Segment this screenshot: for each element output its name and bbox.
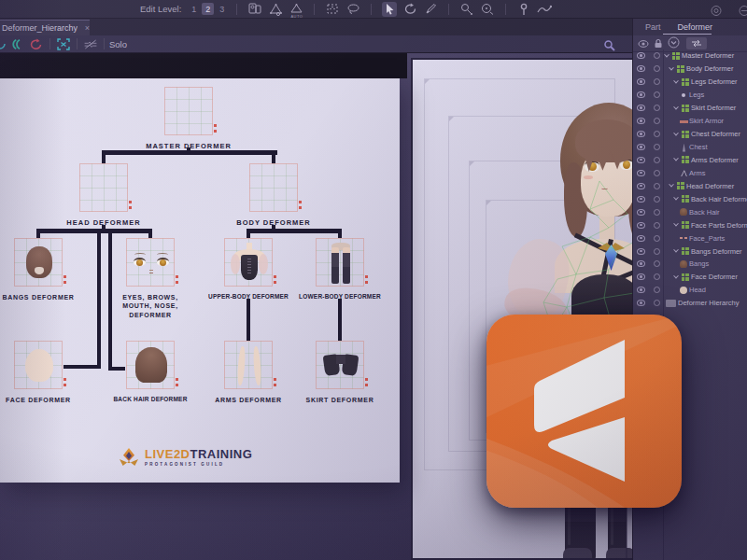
lock-radio-icon[interactable]	[654, 78, 660, 85]
lock-radio-icon[interactable]	[654, 273, 660, 280]
chevron-down-icon[interactable]	[664, 52, 669, 58]
tab-deformer[interactable]: Deformer	[678, 22, 713, 32]
search-icon[interactable]	[603, 38, 615, 55]
brush-icon[interactable]	[423, 2, 438, 17]
lock-radio-icon[interactable]	[654, 222, 660, 229]
tree-row-arms[interactable]: Arms	[633, 166, 747, 179]
partial-icon-1[interactable]	[709, 3, 724, 18]
tree-row-arms-deformer[interactable]: Arms Deformer	[633, 154, 747, 167]
tree-row-chest-deformer[interactable]: Chest Deformer	[633, 128, 747, 141]
chevron-down-icon[interactable]	[669, 182, 674, 188]
chevron-down-icon[interactable]	[673, 247, 679, 253]
arrow-cursor-icon[interactable]	[382, 2, 397, 17]
tree-row-head[interactable]: Head	[633, 284, 747, 297]
mesh-auto-icon[interactable]: AUTO	[289, 2, 303, 17]
pin-icon[interactable]	[516, 2, 531, 17]
tree-row-legs[interactable]: Legs	[633, 89, 747, 102]
lock-radio-icon[interactable]	[654, 157, 660, 163]
reset-view-icon[interactable]	[29, 36, 44, 51]
chevron-down-icon[interactable]	[673, 195, 679, 201]
visibility-eye-icon[interactable]	[637, 183, 645, 189]
fit-view-icon[interactable]	[56, 36, 71, 51]
tree-row-face-parts-deformer[interactable]: Face Parts Deformer	[633, 218, 747, 231]
lock-radio-icon[interactable]	[654, 144, 660, 150]
solo-label[interactable]: Solo	[109, 39, 127, 49]
tree-row-face-deformer[interactable]: Face Deformer	[633, 271, 747, 284]
lock-radio-icon[interactable]	[654, 248, 660, 255]
partial-icon-2[interactable]	[737, 3, 747, 18]
mesh-triangle-icon[interactable]	[268, 2, 283, 17]
lock-radio-icon[interactable]	[654, 287, 660, 293]
visibility-eye-icon[interactable]	[637, 52, 645, 59]
lock-radio-icon[interactable]	[654, 131, 660, 137]
lock-radio-icon[interactable]	[654, 209, 660, 216]
chevron-down-icon[interactable]	[673, 104, 679, 109]
visibility-eye-icon[interactable]	[637, 300, 645, 306]
visibility-eye-icon[interactable]	[637, 287, 645, 293]
tree-row-deformer-hierarchy[interactable]: Deformer Hierarchy	[633, 297, 747, 310]
tree-row-body-deformer[interactable]: Body Deformer	[633, 63, 747, 76]
partial-tool-icon[interactable]	[0, 36, 7, 51]
lock-radio-icon[interactable]	[654, 300, 660, 306]
visibility-eye-icon[interactable]	[637, 273, 645, 280]
visibility-eye-icon[interactable]	[637, 157, 645, 163]
visibility-eye-icon[interactable]	[637, 65, 645, 72]
lasso-icon[interactable]	[345, 2, 360, 17]
deform-path-icon[interactable]	[459, 2, 474, 17]
visibility-eye-icon[interactable]	[637, 170, 645, 176]
tree-row-legs-deformer[interactable]: Legs Deformer	[633, 76, 747, 89]
visibility-eye-icon[interactable]	[637, 260, 645, 267]
tree-row-skirt-deformer[interactable]: Skirt Deformer	[633, 102, 747, 115]
chevron-down-icon[interactable]	[673, 130, 679, 135]
edit-level-2[interactable]: 2	[202, 3, 214, 15]
lock-radio-icon[interactable]	[654, 183, 660, 189]
chevron-down-icon[interactable]	[673, 273, 679, 279]
visibility-eye-icon[interactable]	[637, 91, 645, 98]
tree-row-back-hair-deformer[interactable]: Back Hair Deformer	[633, 192, 747, 205]
visibility-eye-icon[interactable]	[637, 78, 645, 85]
visibility-eye-icon[interactable]	[637, 118, 645, 124]
visibility-eye-icon[interactable]	[637, 209, 645, 216]
swap-order-button[interactable]	[686, 37, 707, 49]
deformer-visibility-icon[interactable]	[83, 36, 98, 51]
tree-row-head-deformer[interactable]: Head Deformer	[633, 179, 747, 192]
tab-part[interactable]: Part	[645, 22, 661, 32]
visibility-eye-icon[interactable]	[637, 105, 645, 111]
tree-row-skirt-armor[interactable]: Skirt Armor	[633, 115, 747, 128]
live2d-cubism-app-icon[interactable]	[486, 315, 682, 508]
visibility-eye-icon[interactable]	[637, 235, 645, 242]
deform-rotate-icon[interactable]	[480, 2, 495, 17]
person-card-icon[interactable]	[247, 2, 262, 17]
edit-level-3[interactable]: 3	[216, 3, 228, 15]
lock-radio-icon[interactable]	[654, 105, 660, 111]
lock-radio-icon[interactable]	[654, 196, 660, 203]
visibility-eye-icon[interactable]	[637, 144, 645, 150]
lock-radio-icon[interactable]	[654, 91, 660, 98]
tab-close-icon[interactable]: ×	[85, 23, 90, 33]
edit-level-1[interactable]: 1	[188, 3, 200, 15]
visibility-eye-icon[interactable]	[637, 248, 645, 255]
curve-icon[interactable]	[537, 2, 552, 17]
rotate-icon[interactable]	[402, 2, 417, 17]
onion-skin-icon[interactable]	[12, 36, 27, 51]
visibility-eye-icon[interactable]	[637, 131, 645, 137]
tree-row-master-deformer[interactable]: Master Deformer	[633, 49, 747, 63]
tree-row-chest[interactable]: Chest	[633, 141, 747, 154]
lock-radio-icon[interactable]	[654, 170, 660, 176]
tree-row-bangs-deformer[interactable]: Bangs Deformer	[633, 245, 747, 258]
lock-radio-icon[interactable]	[654, 235, 660, 242]
tree-row-face-parts[interactable]: Face_Parts	[633, 231, 747, 245]
chevron-down-icon[interactable]	[673, 156, 679, 161]
lock-radio-icon[interactable]	[654, 65, 660, 72]
tree-row-bangs[interactable]: Bangs	[633, 258, 747, 271]
chevron-down-icon[interactable]	[673, 78, 679, 84]
lock-radio-icon[interactable]	[654, 260, 660, 267]
chevron-down-icon[interactable]	[673, 221, 679, 227]
visibility-eye-icon[interactable]	[637, 222, 645, 229]
visibility-eye-icon[interactable]	[637, 196, 645, 203]
tree-row-back-hair[interactable]: Back Hair	[633, 205, 747, 218]
lock-radio-icon[interactable]	[654, 52, 660, 59]
tab-deformer-hierarchy[interactable]: Deformer_Hierarchy ×	[0, 20, 90, 35]
dotted-box-icon[interactable]	[325, 2, 340, 17]
chevron-down-icon[interactable]	[669, 65, 674, 71]
